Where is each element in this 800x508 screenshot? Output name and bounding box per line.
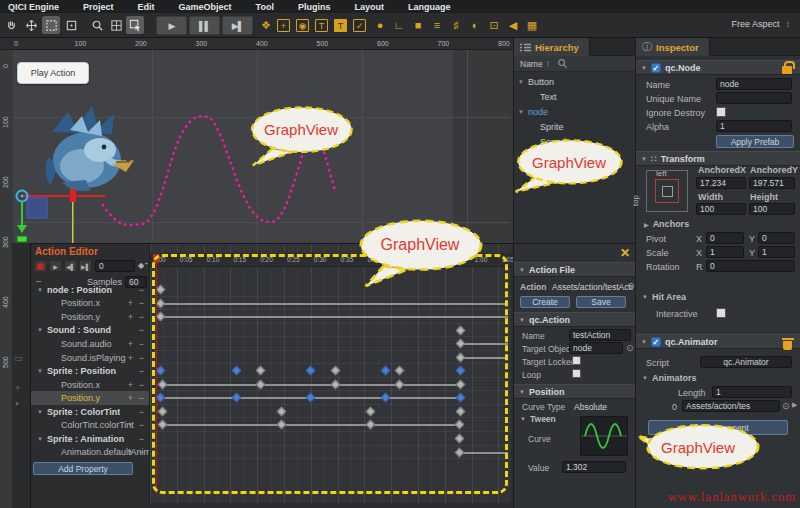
anchoredx-field[interactable]: 17.234 [696, 177, 746, 189]
panel-icon[interactable]: ■ [410, 17, 426, 33]
ae-first-frame-button[interactable]: ◀▌ [64, 260, 77, 272]
remove-button[interactable]: − [139, 298, 144, 308]
rotation-field[interactable]: 0 [706, 260, 795, 272]
interactive-checkbox[interactable] [716, 308, 726, 318]
tilemap-icon[interactable]: ▦ [524, 17, 540, 33]
move-tool-button[interactable] [22, 16, 40, 34]
target-object-field[interactable]: node [569, 342, 623, 354]
ui-image-icon[interactable]: ◉ [296, 19, 309, 32]
text-icon[interactable]: T [315, 19, 328, 32]
step-button[interactable]: ▶▌ [222, 16, 253, 35]
hierarchy-item-button[interactable]: ▼Button [514, 74, 635, 89]
chevron-down-icon[interactable]: ▼ [518, 109, 524, 115]
animators-row[interactable]: ▼ Animators [642, 373, 696, 383]
length-field[interactable]: 1 [712, 386, 792, 398]
chevron-down-icon[interactable]: ▼ [37, 368, 43, 374]
add-keyframe-icon[interactable]: ◆⁺ [138, 261, 148, 270]
rect-tool-button[interactable] [62, 16, 80, 34]
list-icon[interactable]: ≡ [429, 17, 445, 33]
menu-gameobject[interactable]: GameObject [179, 2, 232, 12]
ae-last-frame-button[interactable]: ▶▌ [79, 260, 92, 272]
dialog-icon[interactable]: ⊡ [486, 17, 502, 33]
tween-row[interactable]: ▼ Tween [520, 414, 556, 424]
hit-area-row[interactable]: ▼ Hit Area [642, 292, 686, 302]
chevron-down-icon[interactable]: ▼ [37, 327, 43, 333]
chevron-right-icon[interactable]: ▶ [792, 401, 797, 409]
remove-button[interactable]: − [139, 312, 144, 322]
sprite-icon[interactable]: + [277, 19, 290, 32]
menu-language[interactable]: Language [408, 2, 451, 12]
qc-animator-header[interactable]: ▼ ✓ qc.Animator [636, 334, 800, 349]
hierarchy-filter-bar[interactable]: Name ↕ [514, 56, 635, 72]
anchor-preset-widget[interactable] [646, 170, 688, 212]
lock-icon[interactable] [782, 66, 792, 74]
action-row-sound-sound[interactable]: ▼Sound : Sound− [31, 324, 149, 338]
hierarchy-item-node[interactable]: ▼node [514, 104, 635, 119]
hierarchy-item-sprite[interactable]: Sprite [514, 119, 635, 134]
zoom-tool-button[interactable] [88, 16, 106, 34]
select-tool-button[interactable] [126, 16, 144, 34]
animator-asset-field[interactable]: Assets/action/tes [682, 400, 780, 412]
hand-tool-button[interactable] [2, 16, 20, 34]
height-field[interactable]: 100 [749, 203, 795, 215]
anchors-row[interactable]: ▶ Anchors [644, 219, 689, 229]
target-locked-checkbox[interactable] [572, 356, 581, 365]
curve-preview[interactable] [580, 416, 628, 456]
action-row-sound-audio[interactable]: Sound.audio+− [31, 337, 149, 351]
qc-node-header[interactable]: ▼ ✓ qc.Node [636, 60, 800, 75]
remove-button[interactable]: − [139, 393, 144, 403]
trash-icon[interactable] [783, 341, 792, 350]
pivot-y-field[interactable]: 0 [758, 232, 795, 244]
component-enabled-checkbox[interactable]: ✓ [651, 337, 661, 347]
action-row-position-x[interactable]: Position.x+− [31, 297, 149, 311]
search-icon[interactable] [557, 58, 568, 69]
close-icon[interactable]: ✕ [620, 246, 630, 260]
add-key-button[interactable]: + [128, 447, 133, 457]
add-key-button[interactable]: + [128, 420, 133, 430]
position-section-header[interactable]: ▼ Position [514, 384, 635, 399]
name-field[interactable]: node [716, 78, 792, 90]
object-picker-icon[interactable]: ⊙ [626, 343, 634, 353]
scale-tool-button[interactable] [42, 16, 60, 34]
add-key-button[interactable]: + [128, 380, 133, 390]
menu-plugins[interactable]: Plugins [298, 2, 331, 12]
add-key-button[interactable]: + [128, 339, 133, 349]
add-key-button[interactable]: + [128, 353, 133, 363]
menu-layout[interactable]: Layout [354, 2, 384, 12]
action-row-sound-isplaying[interactable]: Sound.isPlaying+− [31, 351, 149, 365]
hierarchy-item-text[interactable]: Text [514, 89, 635, 104]
menu-tool[interactable]: Tool [256, 2, 274, 12]
unique-name-field[interactable] [716, 92, 792, 104]
remove-button[interactable]: − [139, 434, 144, 444]
object-picker-icon[interactable]: ⊙ [627, 281, 635, 291]
action-row-position-y[interactable]: Position.y+− [31, 310, 149, 324]
grid-toggle-button[interactable] [107, 16, 125, 34]
game-object-icon[interactable]: ❖ [258, 17, 274, 33]
remove-button[interactable]: − [139, 447, 144, 457]
qc-action-header[interactable]: ▼ qc.Action [514, 312, 635, 327]
remove-button[interactable]: − [139, 285, 144, 295]
chevron-down-icon[interactable]: ▼ [518, 79, 524, 85]
anchoredy-field[interactable]: 197.571 [749, 177, 795, 189]
menu-project[interactable]: Project [83, 2, 114, 12]
transform-gizmo[interactable] [10, 155, 120, 243]
pivot-x-field[interactable]: 0 [706, 232, 744, 244]
chevron-down-icon[interactable]: ▼ [37, 287, 43, 293]
scale-y-field[interactable]: 1 [758, 246, 795, 258]
remove-button[interactable]: − [139, 380, 144, 390]
chevron-down-icon[interactable]: ▼ [37, 409, 43, 415]
ignore-destroy-checkbox[interactable] [716, 107, 726, 117]
menu-qici-engine[interactable]: QICI Engine [8, 2, 59, 12]
remove-button[interactable]: − [139, 420, 144, 430]
remove-button[interactable]: − [139, 325, 144, 335]
action-name-field[interactable]: testAction [569, 329, 631, 341]
save-button[interactable]: Save [576, 296, 626, 308]
tab-inspector[interactable]: ⓘ Inspector [636, 38, 710, 56]
transform-header[interactable]: ▼ ∷ Transform [636, 151, 800, 166]
remove-button[interactable]: − [139, 366, 144, 376]
play-button[interactable]: ▶ [156, 16, 187, 35]
input-text-icon[interactable]: T [334, 19, 347, 32]
aspect-dropdown[interactable]: Free Aspect↕ [731, 19, 790, 29]
scrollbar-icon[interactable]: ∟ [391, 17, 407, 33]
tab-hierarchy[interactable]: Hierarchy [514, 38, 590, 56]
